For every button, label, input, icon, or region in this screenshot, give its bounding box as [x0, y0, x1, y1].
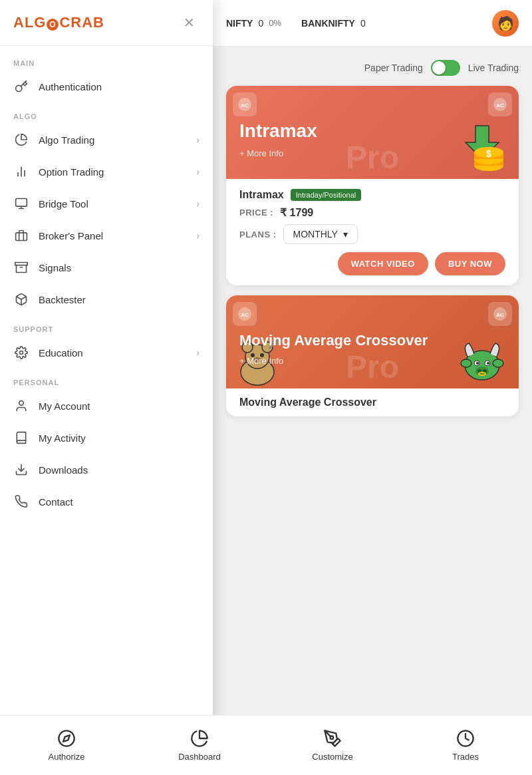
- close-sidebar-button[interactable]: ✕: [178, 12, 200, 33]
- trading-toggle-switch[interactable]: [431, 60, 460, 76]
- price-label: PRICE :: [239, 208, 273, 218]
- svg-point-26: [493, 359, 503, 367]
- sidebar-item-education[interactable]: Education ›: [0, 337, 213, 369]
- bottom-nav-authorize[interactable]: Authorize: [0, 722, 133, 768]
- avatar[interactable]: 🧑: [492, 10, 519, 37]
- plans-select[interactable]: MONTHLY ▾: [283, 224, 358, 244]
- toggle-knob: [432, 61, 446, 75]
- plans-value: MONTHLY: [293, 229, 338, 239]
- nifty-percent: 0%: [269, 18, 281, 28]
- gear-icon: [13, 345, 29, 361]
- banknifty-ticker: BANKNIFTY 0: [301, 18, 366, 29]
- chevron-right-icon-3: ›: [196, 198, 200, 209]
- svg-rect-43: [15, 263, 27, 265]
- sidebar-item-algo-trading[interactable]: Algo Trading ›: [0, 124, 213, 156]
- nav-section-personal: PERSONAL My Account My Activi: [0, 372, 213, 518]
- svg-point-47: [19, 401, 24, 406]
- sidebar-item-signals[interactable]: Signals: [0, 251, 213, 283]
- svg-point-30: [487, 362, 489, 365]
- monitor-icon: [13, 196, 29, 212]
- svg-point-25: [461, 359, 471, 367]
- nav-section-main: MAIN Authentication: [0, 53, 213, 102]
- mac-title: Moving Average Crossover: [239, 332, 428, 349]
- logo-text: ALGOCRAB: [13, 14, 104, 31]
- plans-row: PLANS : MONTHLY ▾: [239, 224, 505, 244]
- chart-pie-icon: [13, 132, 29, 148]
- logo: ALGOCRAB: [13, 14, 104, 31]
- sidebar-nav: MAIN Authentication ALGO: [0, 46, 213, 775]
- svg-point-28: [476, 362, 479, 365]
- bottom-nav-trades[interactable]: Trades: [399, 722, 532, 768]
- price-value: ₹ 1799: [280, 206, 313, 219]
- nav-section-algo: ALGO Algo Trading ›: [0, 106, 213, 315]
- paper-trading-label: Paper Trading: [364, 63, 423, 73]
- mac-logo-right: AC: [488, 302, 512, 326]
- trades-label: Trades: [452, 752, 479, 762]
- svg-marker-50: [63, 735, 70, 742]
- buy-now-button[interactable]: BUY NOW: [435, 252, 505, 275]
- compass-icon: [57, 729, 76, 748]
- authentication-label: Authentication: [39, 81, 200, 92]
- mac-name-row: Moving Average Crossover: [239, 396, 505, 408]
- sidebar-item-brokers-panel[interactable]: Broker's Panel ›: [0, 220, 213, 251]
- nifty-label: NIFTY: [226, 18, 253, 29]
- downloads-label: Downloads: [39, 464, 200, 476]
- watch-video-button[interactable]: WATCH VIDEO: [338, 252, 428, 275]
- sidebar-item-option-trading[interactable]: Option Trading ›: [0, 156, 213, 188]
- live-trading-label: Live Trading: [468, 63, 519, 73]
- banknifty-label: BANKNIFTY: [301, 18, 355, 29]
- plans-label: PLANS :: [239, 230, 277, 239]
- intramax-card: AC AC Intramax + More Info Pro: [226, 86, 519, 285]
- option-trading-label: Option Trading: [39, 166, 196, 178]
- sidebar-item-contact[interactable]: Contact: [0, 486, 213, 518]
- briefcase-icon: [13, 228, 29, 243]
- nav-section-main-label: MAIN: [0, 53, 213, 71]
- intramax-more-info[interactable]: + More Info: [239, 148, 317, 158]
- mac-card: AC AC Moving Average Crossover + More In…: [226, 295, 519, 416]
- intramax-card-bottom: Intramax Intraday/Positional PRICE : ₹ 1…: [226, 179, 519, 285]
- backtester-label: Backtester: [39, 294, 200, 305]
- mac-more-info[interactable]: + More Info: [239, 356, 428, 366]
- sidebar-item-my-activity[interactable]: My Activity: [0, 422, 213, 454]
- cards-container: AC AC Intramax + More Info Pro: [226, 86, 519, 416]
- svg-text:AC: AC: [496, 312, 504, 318]
- mac-card-bottom: Moving Average Crossover: [226, 388, 519, 416]
- svg-point-51: [331, 736, 334, 740]
- bottom-nav-dashboard[interactable]: Dashboard: [133, 722, 266, 768]
- svg-point-46: [20, 351, 23, 355]
- svg-text:AC: AC: [241, 312, 249, 318]
- chevron-down-icon: ▾: [343, 229, 348, 239]
- chevron-right-icon-5: ›: [196, 347, 200, 358]
- card-logo-right: AC: [488, 92, 512, 116]
- cube-icon: [13, 291, 29, 307]
- sidebar-item-my-account[interactable]: My Account: [0, 390, 213, 422]
- price-row: PRICE : ₹ 1799: [239, 206, 505, 219]
- sidebar-item-backtester[interactable]: Backtester: [0, 283, 213, 315]
- chevron-right-icon: ›: [196, 134, 200, 145]
- svg-text:AC: AC: [496, 102, 504, 108]
- nav-section-support: SUPPORT Education ›: [0, 319, 213, 369]
- svg-point-49: [59, 730, 74, 746]
- content-area: Paper Trading Live Trading AC: [213, 47, 532, 775]
- bar-chart-icon: [13, 164, 29, 180]
- bridge-tool-label: Bridge Tool: [39, 198, 196, 210]
- trading-toggle-row: Paper Trading Live Trading: [226, 60, 519, 76]
- nifty-ticker: NIFTY 0 0%: [226, 18, 281, 29]
- box-icon: [13, 259, 29, 275]
- key-icon: [13, 78, 29, 94]
- card-name-row: Intramax Intraday/Positional: [239, 189, 505, 201]
- nifty-value: 0: [258, 18, 263, 29]
- bottom-nav-customize[interactable]: Customize: [266, 722, 399, 768]
- signals-label: Signals: [39, 262, 200, 273]
- sidebar-item-bridge-tool[interactable]: Bridge Tool ›: [0, 188, 213, 220]
- phone-icon: [13, 494, 29, 510]
- my-activity-label: My Activity: [39, 432, 200, 444]
- clock-icon: [456, 729, 475, 748]
- customize-label: Customize: [312, 752, 352, 762]
- top-header: NIFTY 0 0% BANKNIFTY 0 🧑: [213, 0, 532, 47]
- my-account-label: My Account: [39, 400, 200, 412]
- sidebar-item-downloads[interactable]: Downloads: [0, 454, 213, 486]
- bull-icon: [456, 335, 509, 388]
- sidebar-item-authentication[interactable]: Authentication: [0, 71, 213, 102]
- pie-chart-icon: [190, 729, 209, 748]
